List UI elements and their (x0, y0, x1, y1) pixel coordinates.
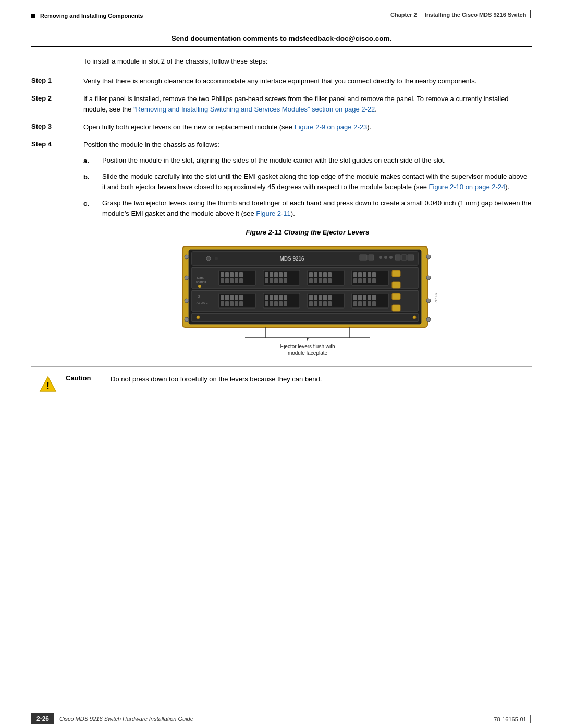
svg-rect-22 (235, 272, 238, 277)
svg-rect-35 (265, 278, 268, 283)
svg-rect-54 (363, 272, 366, 277)
svg-rect-34 (284, 272, 287, 277)
svg-rect-96 (314, 301, 317, 306)
svg-rect-91 (314, 295, 317, 300)
svg-text:sharing: sharing (196, 280, 206, 283)
svg-rect-56 (372, 272, 376, 277)
page-number: 2-26 (31, 713, 54, 724)
caution-section: ! Caution Do not press down too forceful… (31, 366, 532, 403)
svg-rect-61 (372, 278, 376, 283)
svg-point-118 (185, 299, 189, 303)
svg-rect-25 (225, 278, 229, 283)
svg-point-123 (426, 317, 431, 322)
warning-triangle-icon: ! (39, 375, 57, 394)
svg-rect-44 (323, 272, 327, 277)
switch-diagram-svg: MDS 9216 (177, 241, 438, 356)
svg-point-116 (185, 255, 189, 259)
svg-rect-71 (235, 295, 238, 300)
svg-rect-24 (221, 278, 224, 283)
step-3-link[interactable]: Figure 2-9 on page 2-23 (295, 123, 367, 131)
svg-rect-82 (279, 295, 283, 300)
step-4-label: Step 4 (31, 140, 83, 148)
svg-rect-58 (358, 278, 362, 283)
svg-rect-69 (225, 295, 229, 300)
substep-c-label: c. (83, 198, 102, 209)
svg-rect-111 (392, 293, 400, 300)
step-2-label: Step 2 (31, 94, 83, 102)
step-1: Step 1 Verify that there is enough clear… (31, 76, 532, 87)
step-2-content: If a filler panel is installed, remove t… (83, 94, 532, 115)
svg-rect-94 (328, 295, 332, 300)
svg-text:!: ! (46, 381, 50, 391)
page-header: Removing and Installing Components Chapt… (0, 0, 563, 22)
svg-rect-97 (319, 301, 322, 306)
svg-rect-80 (270, 295, 273, 300)
svg-rect-39 (284, 278, 287, 283)
svg-point-4 (206, 256, 211, 261)
svg-point-119 (185, 317, 189, 322)
svg-point-8 (379, 256, 382, 259)
svg-rect-26 (230, 278, 234, 283)
svg-rect-63 (392, 282, 400, 288)
svg-rect-28 (239, 278, 243, 283)
svg-rect-85 (270, 301, 273, 306)
switch-diagram-wrapper: MDS 9216 (177, 241, 438, 356)
svg-rect-95 (309, 301, 313, 306)
substep-c: c. Grasp the two ejector levers using th… (83, 198, 532, 219)
svg-rect-112 (392, 305, 400, 311)
svg-rect-41 (309, 272, 313, 277)
svg-rect-43 (319, 272, 322, 277)
svg-rect-20 (225, 272, 229, 277)
svg-text:FAX-000-C: FAX-000-C (195, 301, 208, 304)
substep-c-content: Grasp the two ejector levers using the t… (102, 198, 532, 219)
svg-rect-6 (360, 255, 367, 260)
svg-rect-7 (369, 255, 374, 260)
footer-title: Cisco MDS 9216 Switch Hardware Installat… (59, 715, 193, 722)
svg-rect-108 (363, 301, 366, 306)
svg-text:Data: Data (197, 276, 204, 279)
svg-rect-74 (225, 301, 229, 306)
svg-rect-33 (279, 272, 283, 277)
svg-rect-98 (323, 301, 327, 306)
step-1-label: Step 1 (31, 76, 83, 84)
header-section-label: Removing and Installing Components (31, 13, 143, 19)
svg-rect-79 (265, 295, 268, 300)
svg-rect-92 (319, 295, 322, 300)
svg-rect-102 (358, 295, 362, 300)
svg-rect-12 (401, 255, 407, 260)
substep-b-link[interactable]: Figure 2-10 on page 2-24 (429, 183, 506, 191)
svg-point-114 (197, 316, 200, 319)
svg-rect-107 (358, 301, 362, 306)
main-content: Send documentation comments to mdsfeedba… (0, 24, 563, 424)
figure-section: Figure 2-11 Closing the Ejector Levers M… (83, 228, 532, 356)
substep-c-link[interactable]: Figure 2-11 (256, 209, 290, 217)
svg-rect-13 (408, 255, 414, 260)
svg-rect-21 (230, 272, 234, 277)
step-2-link[interactable]: “Removing and Installing Switching and S… (133, 105, 375, 113)
svg-rect-57 (353, 278, 357, 283)
svg-point-122 (426, 299, 431, 303)
footer-doc-number: 78-16165-01 | (494, 714, 532, 723)
svg-rect-86 (274, 301, 278, 306)
svg-rect-49 (323, 278, 327, 283)
step-3-content: Open fully both ejector levers on the ne… (83, 122, 532, 132)
svg-rect-101 (353, 295, 357, 300)
svg-rect-55 (368, 272, 371, 277)
step-2: Step 2 If a filler panel is installed, r… (31, 94, 532, 115)
svg-rect-75 (230, 301, 234, 306)
svg-rect-52 (353, 272, 357, 277)
step-1-content: Verify that there is enough clearance to… (83, 76, 532, 87)
step-3-label: Step 3 (31, 122, 83, 130)
svg-rect-76 (235, 301, 238, 306)
svg-rect-73 (221, 301, 224, 306)
page-footer: 2-26 Cisco MDS 9216 Switch Hardware Inst… (0, 709, 563, 728)
svg-rect-38 (279, 278, 283, 283)
step-4: Step 4 Position the module in the chassi… (31, 140, 532, 219)
footer-left: 2-26 Cisco MDS 9216 Switch Hardware Inst… (31, 713, 193, 724)
substep-b-content: Slide the module carefully into the slot… (102, 171, 532, 192)
figure-caption: Figure 2-11 Closing the Ejector Levers (83, 228, 532, 236)
svg-rect-42 (314, 272, 317, 277)
send-documentation-line: Send documentation comments to mdsfeedba… (31, 30, 532, 47)
substep-a-content: Position the module in the slot, alignin… (102, 155, 532, 166)
substep-b: b. Slide the module carefully into the s… (83, 171, 532, 192)
